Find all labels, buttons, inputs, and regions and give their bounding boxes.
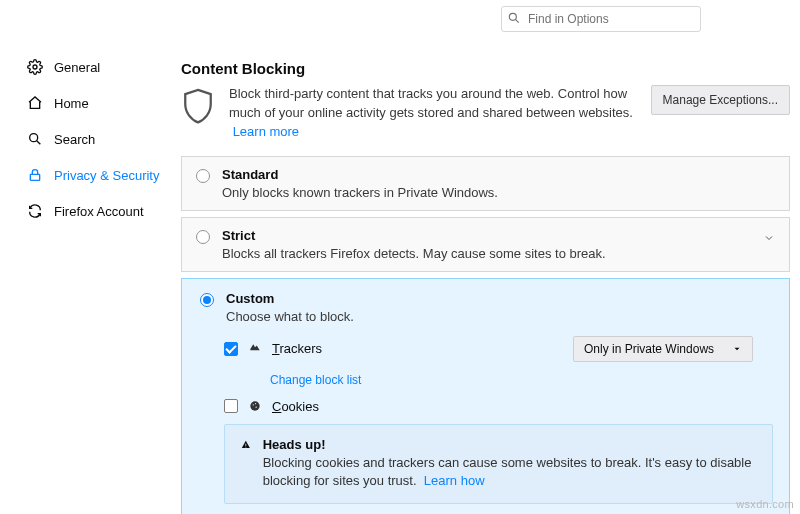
trackers-icon	[248, 342, 262, 356]
caret-down-icon	[732, 344, 742, 354]
main-content: Content Blocking Block third-party conte…	[165, 0, 800, 514]
svg-point-7	[253, 404, 254, 405]
trackers-checkbox[interactable]	[224, 342, 238, 356]
dropdown-value: Only in Private Windows	[584, 342, 714, 356]
cookies-label: Cookies	[272, 399, 319, 414]
warning-icon	[241, 438, 251, 452]
cookies-row: Cookies	[224, 399, 773, 414]
option-custom: Custom Choose what to block. Trackers On…	[181, 278, 790, 514]
sidebar-item-label: Privacy & Security	[54, 168, 159, 183]
sidebar-item-privacy-security[interactable]: Privacy & Security	[22, 160, 165, 190]
sidebar-item-general[interactable]: General	[22, 52, 165, 82]
warning-title: Heads up!	[263, 437, 756, 452]
svg-line-2	[37, 141, 41, 145]
search-input[interactable]	[501, 6, 701, 32]
trackers-label: Trackers	[272, 341, 322, 356]
sidebar-item-search[interactable]: Search	[22, 124, 165, 154]
chevron-down-icon	[763, 232, 775, 247]
section-title: Content Blocking	[181, 60, 790, 77]
option-desc: Blocks all trackers Firefox detects. May…	[222, 246, 606, 261]
sidebar-item-label: Home	[54, 96, 89, 111]
trackers-scope-dropdown[interactable]: Only in Private Windows	[573, 336, 753, 362]
lock-icon	[26, 166, 44, 184]
option-desc: Only blocks known trackers in Private Wi…	[222, 185, 498, 200]
option-label: Strict	[222, 228, 606, 243]
change-block-list-link[interactable]: Change block list	[270, 373, 361, 387]
intro-text: Block third-party content that tracks yo…	[229, 85, 637, 142]
sidebar-item-label: Firefox Account	[54, 204, 144, 219]
sidebar: General Home Search Privacy & Security F…	[0, 0, 165, 514]
shield-icon	[181, 87, 215, 127]
sidebar-item-home[interactable]: Home	[22, 88, 165, 118]
option-strict[interactable]: Strict Blocks all trackers Firefox detec…	[181, 217, 790, 272]
sidebar-item-label: Search	[54, 132, 95, 147]
trackers-row: Trackers Only in Private Windows	[224, 336, 773, 362]
svg-rect-10	[245, 443, 246, 445]
search-field-wrap	[501, 6, 701, 32]
radio-custom[interactable]	[200, 293, 214, 307]
radio-strict[interactable]	[196, 230, 210, 244]
svg-rect-11	[245, 447, 246, 448]
radio-standard[interactable]	[196, 169, 210, 183]
svg-point-1	[30, 134, 38, 142]
intro-description: Block third-party content that tracks yo…	[229, 86, 633, 120]
option-label: Custom	[226, 291, 354, 306]
home-icon	[26, 94, 44, 112]
svg-point-9	[255, 403, 256, 404]
cookies-icon	[248, 399, 262, 413]
search-icon	[26, 130, 44, 148]
manage-exceptions-button[interactable]: Manage Exceptions...	[651, 85, 790, 115]
svg-point-8	[255, 406, 256, 407]
svg-point-0	[33, 65, 37, 69]
warning-box: Heads up! Blocking cookies and trackers …	[224, 424, 773, 505]
change-block-list-row: Change block list	[270, 372, 773, 387]
cookies-checkbox[interactable]	[224, 399, 238, 413]
sidebar-item-firefox-account[interactable]: Firefox Account	[22, 196, 165, 226]
learn-more-link[interactable]: Learn more	[233, 124, 299, 139]
svg-point-6	[250, 401, 259, 410]
option-label: Standard	[222, 167, 498, 182]
sidebar-item-label: General	[54, 60, 100, 75]
warning-text: Blocking cookies and trackers can cause …	[263, 454, 756, 492]
sync-icon	[26, 202, 44, 220]
intro-row: Block third-party content that tracks yo…	[181, 85, 790, 142]
gear-icon	[26, 58, 44, 76]
option-standard[interactable]: Standard Only blocks known trackers in P…	[181, 156, 790, 211]
watermark: wsxdn.com	[736, 498, 794, 510]
option-desc: Choose what to block.	[226, 309, 354, 324]
learn-how-link[interactable]: Learn how	[424, 473, 485, 488]
svg-rect-3	[30, 174, 39, 180]
